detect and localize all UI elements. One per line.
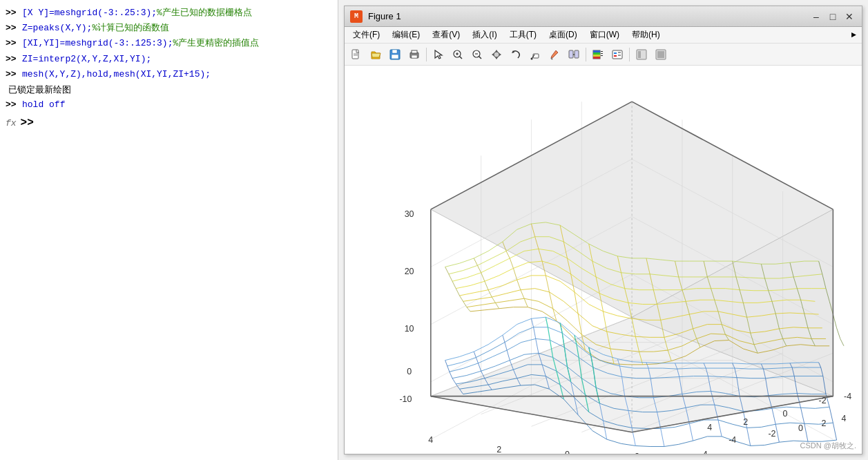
toolbar-link-btn[interactable]	[565, 46, 583, 64]
toolbar-new-btn[interactable]	[347, 46, 365, 64]
prompt-3: >>	[6, 37, 19, 50]
svg-marker-20	[492, 53, 494, 56]
svg-text:4: 4	[842, 414, 847, 423]
fx-prompt: fx >>	[6, 117, 332, 129]
prompt-fx: >>	[21, 117, 35, 129]
svg-text:0: 0	[407, 367, 412, 376]
svg-text:2: 2	[821, 419, 826, 428]
svg-text:0: 0	[565, 450, 570, 454]
svg-rect-44	[638, 51, 641, 58]
cmd-line-3: >> [XI,YI]=meshgrid(-3:.125:3);%产生更精密的插值…	[6, 37, 332, 50]
toolbar-colorbar-btn[interactable]	[589, 46, 607, 64]
svg-point-17	[494, 52, 499, 57]
figure-title: Figure 1	[368, 11, 401, 21]
toolbar-open-btn[interactable]	[367, 46, 385, 64]
menu-view[interactable]: 查看(V)	[427, 28, 465, 42]
cmd-line-4: >> ZI=interp2(X,Y,Z,XI,YI);	[6, 53, 332, 66]
svg-text:-2: -2	[768, 429, 775, 439]
figure-window: M Figure 1 – □ ✕ 文件(F) 编辑(E) 查看(V) 插入(I)…	[344, 6, 862, 454]
svg-text:2: 2	[743, 417, 748, 427]
menu-edit[interactable]: 编辑(E)	[387, 28, 425, 42]
plot-svg: 30 20 10 0 -10 4 2 0 -2 -4 -4 -2 0 2	[345, 66, 862, 454]
prompt-4: >>	[6, 53, 19, 66]
svg-marker-21	[499, 53, 501, 56]
cmd-text-1: [X Y]=meshgrid(-3:.25:3);%产生已知的数据栅格点	[22, 7, 332, 19]
svg-marker-18	[495, 50, 498, 52]
svg-text:-4: -4	[844, 392, 851, 401]
toolbar-brush-btn[interactable]	[546, 46, 563, 64]
toolbar-pan-btn[interactable]	[488, 46, 505, 64]
toolbar-hidetools-btn[interactable]	[633, 46, 650, 64]
toolbar-showtools-btn[interactable]	[652, 46, 670, 64]
svg-rect-38	[613, 50, 622, 59]
toolbar-sep-3	[629, 48, 630, 61]
toolbar-legend-btn[interactable]	[608, 46, 626, 64]
cmd-line-1: >> [X Y]=meshgrid(-3:.25:3);%产生已知的数据栅格点	[6, 7, 332, 19]
svg-rect-27	[569, 50, 573, 58]
toolbar	[345, 44, 862, 66]
toolbar-sep-1	[426, 48, 427, 61]
plot-area[interactable]: 30 20 10 0 -10 4 2 0 -2 -4 -4 -2 0 2	[345, 66, 862, 454]
cmd-text-6: hold off	[22, 99, 332, 111]
toolbar-zoomout-btn[interactable]	[468, 46, 486, 64]
svg-rect-32	[593, 52, 600, 55]
cmd-line-6: >> hold off	[6, 99, 332, 111]
toolbar-save-btn[interactable]	[386, 46, 404, 64]
toolbar-cursor-btn[interactable]	[430, 46, 447, 64]
svg-rect-46	[657, 51, 664, 58]
svg-rect-7	[412, 50, 417, 53]
svg-text:0: 0	[783, 409, 788, 419]
svg-text:-2: -2	[819, 396, 827, 405]
prompt-1: >>	[6, 7, 19, 19]
command-window: >> [X Y]=meshgrid(-3:.25:3);%产生已知的数据栅格点 …	[0, 0, 338, 460]
menu-desktop[interactable]: 桌面(D)	[543, 28, 583, 42]
toolbar-rotate-btn[interactable]	[507, 46, 525, 64]
svg-text:-4: -4	[729, 435, 736, 445]
menu-tools[interactable]: 工具(T)	[504, 28, 542, 42]
prompt-6: >>	[6, 99, 19, 111]
csdn-watermark: CSDN @胡牧之.	[800, 441, 856, 451]
figure-panel: M Figure 1 – □ ✕ 文件(F) 编辑(E) 查看(V) 插入(I)…	[338, 0, 868, 460]
svg-line-11	[460, 56, 463, 59]
fx-icon: fx	[6, 118, 17, 128]
matlab-icon: M	[350, 10, 363, 23]
toolbar-print-btn[interactable]	[405, 46, 423, 64]
svg-point-25	[531, 57, 533, 59]
toolbar-sep-2	[586, 48, 586, 61]
svg-text:4: 4	[428, 435, 433, 445]
svg-marker-19	[495, 57, 498, 59]
menu-expand-icon[interactable]: ►	[849, 29, 859, 41]
svg-text:10: 10	[405, 324, 414, 334]
menu-insert[interactable]: 插入(I)	[467, 28, 502, 42]
svg-text:-4: -4	[700, 450, 708, 454]
svg-line-15	[479, 56, 482, 59]
svg-line-26	[551, 58, 552, 59]
output-text-1: 已锁定最新绘图	[8, 84, 332, 96]
maximize-button[interactable]: □	[826, 10, 840, 23]
prompt-2: >>	[6, 22, 19, 35]
svg-text:4: 4	[707, 423, 712, 432]
cmd-text-5: mesh(X,Y,Z),hold,mesh(XI,YI,ZI+15);	[22, 68, 332, 81]
cmd-text-2: Z=peaks(X,Y);%计算已知的函数值	[22, 22, 332, 35]
svg-text:-10: -10	[399, 394, 412, 404]
svg-rect-8	[412, 55, 417, 58]
title-bar-buttons: – □ ✕	[809, 10, 856, 23]
svg-text:0: 0	[798, 423, 803, 433]
menu-file[interactable]: 文件(F)	[347, 28, 385, 42]
minimize-button[interactable]: –	[809, 10, 823, 23]
toolbar-zoomin-btn[interactable]	[449, 46, 467, 64]
prompt-5: >>	[6, 68, 19, 81]
svg-rect-5	[392, 55, 398, 59]
menu-window[interactable]: 窗口(W)	[584, 28, 625, 42]
cmd-line-5: >> mesh(X,Y,Z),hold,mesh(XI,YI,ZI+15);	[6, 68, 332, 81]
close-button[interactable]: ✕	[842, 10, 856, 23]
svg-rect-4	[392, 50, 397, 53]
svg-marker-9	[435, 50, 442, 59]
cmd-text-4: ZI=interp2(X,Y,Z,XI,YI);	[22, 53, 332, 66]
menu-help[interactable]: 帮助(H)	[626, 28, 666, 42]
svg-text:20: 20	[405, 267, 414, 276]
svg-rect-31	[593, 50, 600, 52]
toolbar-datacursor-btn[interactable]	[526, 46, 544, 64]
svg-rect-28	[575, 50, 579, 58]
title-bar: M Figure 1 – □ ✕	[345, 6, 862, 27]
